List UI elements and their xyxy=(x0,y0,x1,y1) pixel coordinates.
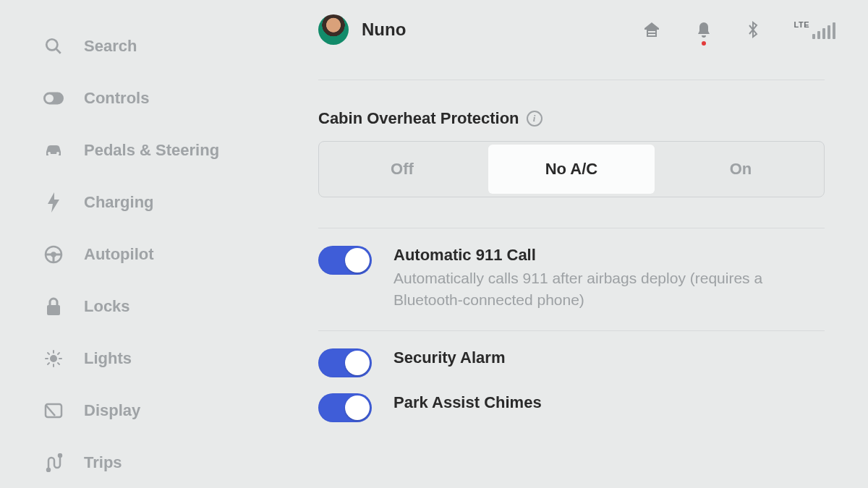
svg-rect-8 xyxy=(47,305,60,315)
overheat-option-noac[interactable]: No A/C xyxy=(488,145,655,194)
lock-icon xyxy=(43,296,64,317)
park-assist-title: Park Assist Chimes xyxy=(393,393,825,412)
bolt-icon xyxy=(43,192,64,213)
notifications-icon[interactable] xyxy=(696,21,712,38)
sidebar-item-label: Lights xyxy=(84,349,132,368)
overheat-option-off[interactable]: Off xyxy=(319,142,485,197)
overheat-title-row: Cabin Overheat Protection i xyxy=(318,109,825,128)
header: Nuno LTE xyxy=(318,14,835,45)
sidebar-item-controls[interactable]: Controls xyxy=(43,72,260,124)
park-assist-toggle[interactable] xyxy=(318,393,372,422)
security-alarm-title: Security Alarm xyxy=(393,348,825,367)
svg-point-20 xyxy=(47,468,50,471)
auto-911-toggle[interactable] xyxy=(318,246,372,275)
sidebar-item-label: Locks xyxy=(84,297,130,316)
notification-dot-icon xyxy=(702,41,706,46)
overheat-segmented-control: Off No A/C On xyxy=(318,141,825,197)
sidebar-item-label: Charging xyxy=(84,193,154,212)
sidebar-item-label: Pedals & Steering xyxy=(84,141,219,160)
sidebar-item-label: Search xyxy=(84,37,137,56)
svg-rect-22 xyxy=(647,30,657,37)
sidebar-item-search[interactable]: Search xyxy=(43,20,260,72)
bluetooth-icon[interactable] xyxy=(746,20,760,40)
info-icon[interactable]: i xyxy=(527,111,542,127)
svg-point-9 xyxy=(51,356,56,361)
header-status-icons: LTE xyxy=(642,20,835,40)
overheat-option-on[interactable]: On xyxy=(658,142,824,197)
sun-icon xyxy=(43,348,64,369)
svg-point-4 xyxy=(48,152,51,155)
svg-line-15 xyxy=(58,363,59,364)
sidebar-item-autopilot[interactable]: Autopilot xyxy=(43,228,260,281)
svg-line-14 xyxy=(48,353,49,354)
svg-point-3 xyxy=(46,94,54,102)
auto-911-description: Automatically calls 911 after airbags de… xyxy=(393,267,825,312)
network-label: LTE xyxy=(794,20,809,29)
sidebar-item-pedals-steering[interactable]: Pedals & Steering xyxy=(43,124,260,176)
sidebar-item-trips[interactable]: Trips xyxy=(43,437,260,488)
steering-wheel-icon xyxy=(43,244,64,265)
sidebar-item-label: Controls xyxy=(84,89,149,108)
svg-line-1 xyxy=(56,49,61,53)
main-content: Cabin Overheat Protection i Off No A/C O… xyxy=(318,80,825,431)
sidebar-item-charging[interactable]: Charging xyxy=(43,176,260,228)
homelink-icon[interactable] xyxy=(642,21,661,38)
setting-auto-911: Automatic 911 Call Automatically calls 9… xyxy=(318,228,825,320)
setting-park-assist: Park Assist Chimes xyxy=(318,382,825,431)
auto-911-title: Automatic 911 Call xyxy=(393,246,825,265)
avatar[interactable] xyxy=(318,14,349,45)
svg-line-16 xyxy=(48,363,49,364)
route-icon xyxy=(43,453,64,473)
search-icon xyxy=(43,36,64,56)
svg-rect-23 xyxy=(648,31,655,33)
setting-security-alarm: Security Alarm xyxy=(318,331,825,382)
user-name: Nuno xyxy=(362,20,406,40)
svg-point-5 xyxy=(56,152,59,155)
signal-bars-icon xyxy=(812,22,835,39)
svg-rect-24 xyxy=(648,34,655,35)
overheat-title: Cabin Overheat Protection xyxy=(318,109,519,128)
sidebar-item-locks[interactable]: Locks xyxy=(43,281,260,333)
sidebar-item-lights[interactable]: Lights xyxy=(43,333,260,385)
svg-line-17 xyxy=(58,353,59,354)
sidebar-item-label: Autopilot xyxy=(84,245,154,264)
svg-line-19 xyxy=(46,405,55,416)
security-alarm-toggle[interactable] xyxy=(318,348,372,377)
svg-point-0 xyxy=(46,39,57,50)
sidebar-item-label: Display xyxy=(84,401,140,420)
cellular-signal-icon[interactable]: LTE xyxy=(794,20,835,39)
sidebar-item-label: Trips xyxy=(84,453,122,472)
toggle-icon xyxy=(43,88,64,108)
sidebar: Search Controls Pedals & Steering Chargi… xyxy=(43,20,260,488)
car-icon xyxy=(43,140,64,160)
svg-point-7 xyxy=(52,253,56,257)
display-icon xyxy=(43,401,64,421)
divider xyxy=(318,80,825,80)
svg-point-21 xyxy=(59,454,61,457)
sidebar-item-display[interactable]: Display xyxy=(43,385,260,437)
